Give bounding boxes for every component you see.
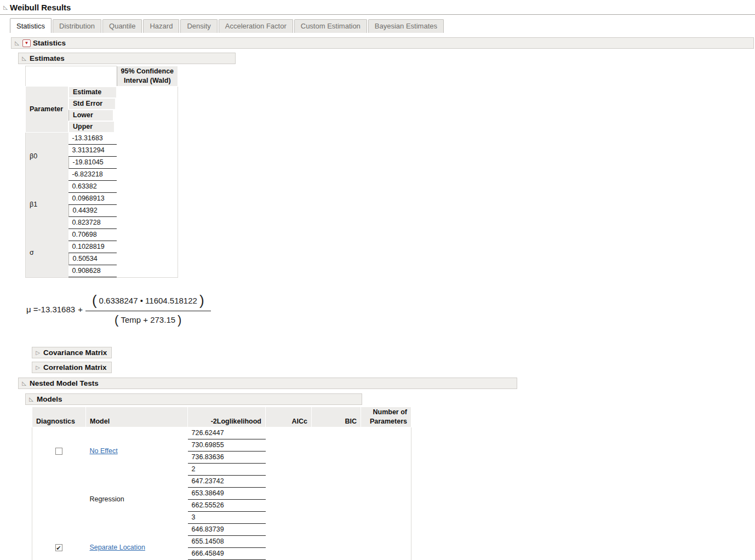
formula-intercept: -13.31683 [38, 305, 76, 314]
model-link[interactable]: Separate Location [90, 544, 145, 551]
table-row: No Effect726.62447730.69855736.836362 [32, 427, 411, 476]
parameter-cell: β1 [26, 181, 68, 229]
disclosure-open-icon[interactable]: ◺ [14, 40, 20, 46]
covariance-matrix-header[interactable]: ▷ Covariance Matrix [32, 347, 112, 358]
formula-fraction: ( 0.6338247 • 11604.518122 ) ( Temp + 27… [85, 292, 211, 327]
tab-statistics[interactable]: Statistics [10, 18, 52, 33]
tab-distribution[interactable]: Distribution [53, 19, 101, 33]
correlation-matrix-title: Correlation Matrix [43, 363, 107, 372]
model-link[interactable]: No Effect [90, 447, 118, 455]
estimates-table: 95% ConfidenceInterval (Wald)ParameterEs… [25, 66, 178, 278]
disclosure-open-icon[interactable]: ◺ [21, 55, 27, 61]
disclosure-closed-icon[interactable]: ▷ [35, 350, 41, 356]
nested-model-tests-header[interactable]: ◺ Nested Model Tests [18, 378, 517, 389]
models-col-aicc: AICc [266, 407, 312, 427]
ci-group-header: 95% ConfidenceInterval (Wald) [117, 66, 178, 87]
paren-open: ( [115, 313, 118, 327]
formula-numerator: 0.6338247 • 11604.518122 [99, 296, 197, 305]
parameter-cell: σ [26, 229, 68, 278]
table-row: Regression647.23742653.38649662.555263 [32, 476, 411, 524]
tab-bar: StatisticsDistributionQuantileHazardDens… [10, 18, 755, 33]
tab-hazard[interactable]: Hazard [143, 19, 179, 33]
red-triangle-menu-icon[interactable]: ▼ [22, 39, 31, 47]
models-title: Models [37, 395, 62, 403]
estimates-col-estimate: Estimate [68, 87, 117, 98]
tab-quantile[interactable]: Quantile [102, 19, 142, 33]
estimates-outline-header[interactable]: ◺ Estimates [18, 53, 236, 64]
formula-denominator: Temp + 273.15 [121, 315, 175, 324]
models-col--2loglikelihood: -2Loglikelihood [188, 407, 266, 427]
models-outline-header[interactable]: ◺ Models [25, 393, 362, 405]
estimates-col-upper: Upper [68, 121, 115, 133]
models-col-model: Model [86, 407, 188, 427]
model-label: Regression [86, 476, 188, 524]
formula-lhs: μ = [26, 305, 38, 314]
paren-close: ) [178, 313, 181, 327]
window-title-row: ◺ Weibull Results [0, 0, 755, 15]
tab-custom-estimation[interactable]: Custom Estimation [294, 19, 367, 33]
estimates-col-lower: Lower [68, 110, 113, 121]
models-table: DiagnosticsModel-2LoglikelihoodAICcBICNu… [32, 407, 411, 560]
disclosure-closed-icon[interactable]: ▷ [35, 364, 41, 370]
formula-plus: + [78, 305, 83, 314]
table-row: σ0.706980.10288190.505340.908628 [26, 229, 178, 278]
mu-formula: μ = -13.31683 + ( 0.6338247 • 11604.5181… [26, 287, 755, 333]
page-title: Weibull Results [10, 3, 71, 12]
covariance-matrix-title: Covariance Matrix [43, 348, 107, 357]
tab-bayesian-estimates[interactable]: Bayesian Estimates [368, 19, 444, 33]
disclosure-open-icon[interactable]: ◺ [21, 380, 27, 386]
disclosure-open-icon[interactable]: ◺ [2, 4, 9, 10]
tab-density[interactable]: Density [180, 19, 217, 33]
nested-model-tests-title: Nested Model Tests [30, 379, 99, 387]
weibull-results-window: ◺ Weibull Results StatisticsDistribution… [0, 0, 755, 560]
parameter-cell: β0 [26, 133, 68, 181]
table-row: Separate Location646.83739655.14508666.4… [32, 524, 411, 560]
table-row: β0-13.316833.3131294-19.81045-6.823218 [26, 133, 178, 181]
correlation-matrix-header[interactable]: ▷ Correlation Matrix [32, 362, 112, 373]
table-row: β10.633820.09689130.443920.823728 [26, 181, 178, 229]
diagnostics-checkbox[interactable] [55, 448, 62, 455]
models-col-bic: BIC [312, 407, 361, 427]
paren-close: ) [199, 292, 204, 309]
estimates-title: Estimates [30, 54, 65, 62]
estimates-col-std-error: Std Error [68, 98, 116, 110]
tab-acceleration-factor[interactable]: Acceleration Factor [219, 19, 293, 33]
paren-open: ( [92, 292, 97, 309]
diagnostics-checkbox[interactable] [55, 544, 62, 551]
statistics-outline-header[interactable]: ◺ ▼ Statistics [11, 37, 754, 49]
statistics-title: Statistics [33, 39, 66, 47]
disclosure-open-icon[interactable]: ◺ [28, 396, 35, 402]
estimates-col-parameter: Parameter [26, 87, 68, 133]
models-col-diagnostics: Diagnostics [32, 407, 86, 427]
models-col-number-of-parameters: Number ofParameters [361, 407, 411, 427]
